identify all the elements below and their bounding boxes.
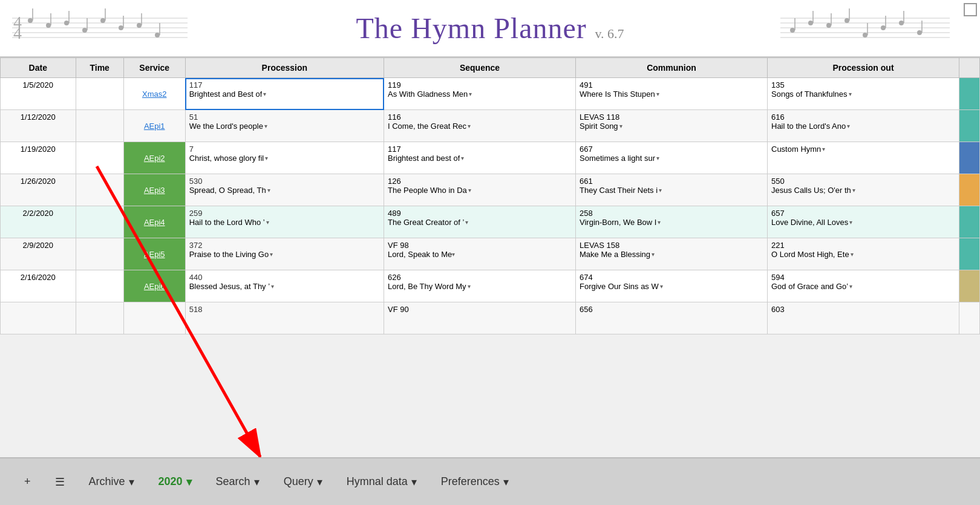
cell-communion[interactable]: 258Virgin-Born, We Bow I ▾ (576, 206, 768, 238)
cell-communion[interactable]: 667Sometimes a light sur ▾ (576, 142, 768, 174)
cell-sequence[interactable]: 626Lord, Be Thy Word My ▾ (384, 270, 576, 302)
cell-procession-out[interactable]: 616Hail to the Lord's Ano ▾ (768, 110, 959, 142)
cell-procession-out[interactable]: 550Jesus Calls Us; O'er th ▾ (768, 174, 959, 206)
cell-communion[interactable]: 674Forgive Our Sins as W ▾ (576, 270, 768, 302)
preferences-button[interactable]: Preferences ▾ (429, 471, 521, 494)
hymn-title: Virgin-Born, We Bow I (580, 218, 656, 227)
dropdown-arrow-icon[interactable]: ▾ (849, 283, 852, 290)
svg-point-42 (917, 30, 922, 35)
cell-service[interactable]: AEpi3 (123, 174, 185, 206)
cell-communion[interactable]: 656 (576, 302, 768, 334)
cell-procession[interactable]: 372Praise to the Living Go ▾ (185, 238, 384, 270)
col-header-date: Date (1, 58, 76, 78)
svg-point-30 (808, 21, 813, 25)
cell-sequence[interactable]: 489The Great Creator of ’ ▾ (384, 206, 576, 238)
cell-service[interactable]: AEpi1 (123, 110, 185, 142)
dropdown-arrow-icon[interactable]: ▾ (271, 283, 274, 290)
cell-communion[interactable]: LEVAS 118Spirit Song ▾ (576, 110, 768, 142)
hymnal-data-button[interactable]: Hymnal data ▾ (335, 471, 429, 494)
dropdown-arrow-icon[interactable]: ▾ (822, 146, 825, 152)
query-arrow-icon: ▾ (317, 475, 322, 489)
cell-procession[interactable]: 7Christ, whose glory fil ▾ (185, 142, 384, 174)
hymn-title: We the Lord's people (189, 122, 263, 131)
cell-sequence[interactable]: VF 90 (384, 302, 576, 334)
dropdown-arrow-icon[interactable]: ▾ (469, 91, 472, 97)
archive-button[interactable]: Archive ▾ (77, 471, 146, 494)
cell-date: 2/9/2020 (1, 238, 76, 270)
hymn-title: Praise to the Living Go (189, 250, 269, 259)
cell-procession[interactable]: 518 (185, 302, 384, 334)
menu-button[interactable]: ☰ (43, 471, 77, 494)
service-link[interactable]: AEpi5 (144, 250, 165, 259)
service-link[interactable]: AEpi4 (144, 218, 165, 227)
cell-date: 1/19/2020 (1, 142, 76, 174)
cell-sequence[interactable]: 119As With Gladness Men ▾ (384, 78, 576, 110)
dropdown-arrow-icon[interactable]: ▾ (658, 219, 661, 226)
cell-procession-out[interactable]: 603 (768, 302, 959, 334)
dropdown-arrow-icon[interactable]: ▾ (660, 283, 663, 290)
dropdown-arrow-icon[interactable]: ▾ (267, 187, 270, 194)
svg-point-40 (899, 21, 904, 25)
dropdown-arrow-icon[interactable]: ▾ (656, 91, 659, 97)
cell-color-block (959, 238, 980, 270)
dropdown-arrow-icon[interactable]: ▾ (452, 251, 455, 258)
cell-service[interactable]: AEpi2 (123, 142, 185, 174)
dropdown-arrow-icon[interactable]: ▾ (468, 187, 471, 194)
dropdown-arrow-icon[interactable]: ▾ (468, 283, 471, 290)
query-button[interactable]: Query ▾ (272, 471, 335, 494)
cell-service[interactable]: AEpi6 (123, 270, 185, 302)
dropdown-arrow-icon[interactable]: ▾ (465, 219, 468, 226)
service-link[interactable]: AEpi1 (144, 122, 165, 131)
dropdown-arrow-icon[interactable]: ▾ (468, 123, 471, 129)
cell-procession[interactable]: 117Brightest and Best of ▾ (185, 78, 384, 110)
dropdown-arrow-icon[interactable]: ▾ (270, 251, 273, 258)
dropdown-arrow-icon[interactable]: ▾ (263, 91, 266, 97)
tab-2020[interactable]: 2020 ▾ (146, 471, 204, 494)
hymn-number: 7 (189, 145, 380, 154)
cell-sequence[interactable]: 117Brightest and best of ▾ (384, 142, 576, 174)
cell-service[interactable]: AEpi4 (123, 206, 185, 238)
cell-procession[interactable]: 259Hail to the Lord Who ’ ▾ (185, 206, 384, 238)
cell-procession[interactable]: 51We the Lord's people ▾ (185, 110, 384, 142)
cell-procession-out[interactable]: 594God of Grace and Go’ ▾ (768, 270, 959, 302)
hymnal-label: Hymnal data (347, 475, 408, 488)
cell-sequence[interactable]: VF 98Lord, Speak to Me ▾ (384, 238, 576, 270)
dropdown-arrow-icon[interactable]: ▾ (659, 187, 662, 194)
cell-procession-out[interactable]: 135Songs of Thankfulnes ▾ (768, 78, 959, 110)
dropdown-arrow-icon[interactable]: ▾ (849, 219, 852, 226)
cell-communion[interactable]: 491Where Is This Stupen ▾ (576, 78, 768, 110)
add-button[interactable]: + (12, 471, 43, 493)
cell-service[interactable]: AEpi5 (123, 238, 185, 270)
dropdown-arrow-icon[interactable]: ▾ (849, 91, 852, 97)
dropdown-arrow-icon[interactable]: ▾ (847, 123, 850, 129)
dropdown-arrow-icon[interactable]: ▾ (266, 219, 269, 226)
dropdown-arrow-icon[interactable]: ▾ (264, 123, 267, 129)
cell-sequence[interactable]: 126The People Who in Da ▾ (384, 174, 576, 206)
dropdown-arrow-icon[interactable]: ▾ (619, 123, 622, 129)
hymn-title: Hail to the Lord's Ano (771, 122, 846, 131)
cell-time (76, 78, 123, 110)
cell-procession[interactable]: 440Blessed Jesus, at Thy ’ ▾ (185, 270, 384, 302)
service-link[interactable]: AEpi2 (144, 154, 165, 163)
col-header-service: Service (123, 58, 185, 78)
cell-procession-out[interactable]: 221O Lord Most High, Ete ▾ (768, 238, 959, 270)
cell-procession[interactable]: 530Spread, O Spread, Th ▾ (185, 174, 384, 206)
cell-communion[interactable]: 661They Cast Their Nets i ▾ (576, 174, 768, 206)
cell-procession-out[interactable]: Custom Hymn ▾ (768, 142, 959, 174)
cell-communion[interactable]: LEVAS 158Make Me a Blessing ▾ (576, 238, 768, 270)
service-link[interactable]: AEpi3 (144, 186, 165, 195)
search-button[interactable]: Search ▾ (204, 471, 272, 494)
dropdown-arrow-icon[interactable]: ▾ (656, 155, 659, 161)
cell-procession-out[interactable]: 657Love Divine, All Loves ▾ (768, 206, 959, 238)
maximize-button[interactable] (964, 3, 977, 16)
dropdown-arrow-icon[interactable]: ▾ (652, 251, 655, 258)
service-link[interactable]: Xmas2 (142, 90, 166, 99)
cell-service[interactable]: Xmas2 (123, 78, 185, 110)
hymn-number: 126 (388, 177, 572, 186)
dropdown-arrow-icon[interactable]: ▾ (852, 187, 855, 194)
dropdown-arrow-icon[interactable]: ▾ (265, 155, 268, 161)
service-link[interactable]: AEpi6 (144, 282, 165, 291)
cell-sequence[interactable]: 116I Come, the Great Rec ▾ (384, 110, 576, 142)
dropdown-arrow-icon[interactable]: ▾ (461, 155, 464, 161)
dropdown-arrow-icon[interactable]: ▾ (851, 251, 854, 258)
